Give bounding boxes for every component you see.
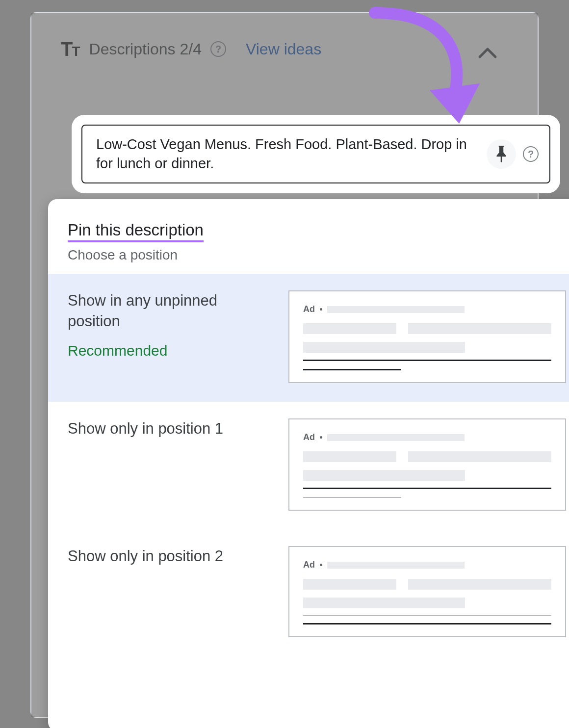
- pin-popover: Pin this description Choose a position S…: [48, 199, 569, 728]
- pin-option-any[interactable]: Show in any unpinned position Recommende…: [48, 274, 569, 402]
- ad-preview: Ad: [288, 546, 566, 637]
- ad-preview: Ad: [288, 418, 566, 511]
- option-label: Show only in position 1: [68, 418, 274, 439]
- option-label: Show only in position 2: [68, 546, 274, 567]
- help-icon[interactable]: ?: [523, 146, 539, 162]
- text-icon: TT: [61, 39, 79, 59]
- recommended-badge: Recommended: [68, 342, 274, 359]
- chevron-up-icon[interactable]: [477, 42, 498, 64]
- description-text: Low-Cost Vegan Menus. Fresh Food. Plant-…: [96, 135, 484, 173]
- description-input[interactable]: Low-Cost Vegan Menus. Fresh Food. Plant-…: [81, 125, 550, 183]
- popover-header: Pin this description Choose a position: [48, 199, 569, 274]
- ad-badge: Ad: [303, 304, 315, 314]
- ad-preview: Ad: [288, 290, 566, 383]
- pin-option-position-1[interactable]: Show only in position 1 Ad: [48, 402, 569, 529]
- ad-badge: Ad: [303, 560, 315, 570]
- ad-badge: Ad: [303, 432, 315, 442]
- descriptions-panel: TT Descriptions 2/4 ? View ideas Low-Cos…: [30, 12, 539, 718]
- option-label: Show in any unpinned position: [68, 290, 274, 332]
- view-ideas-link[interactable]: View ideas: [246, 40, 321, 58]
- panel-header: TT Descriptions 2/4 ? View ideas: [61, 39, 508, 59]
- descriptions-title: Descriptions 2/4: [89, 40, 202, 58]
- annotation-arrow: [345, 6, 492, 133]
- popover-title: Pin this description: [68, 221, 204, 242]
- pin-icon: [495, 146, 508, 162]
- popover-subtitle: Choose a position: [68, 247, 566, 263]
- help-icon[interactable]: ?: [210, 41, 226, 57]
- description-input-wrapper: Low-Cost Vegan Menus. Fresh Food. Plant-…: [77, 120, 555, 188]
- pin-option-position-2[interactable]: Show only in position 2 Ad: [48, 529, 569, 656]
- pin-button[interactable]: [487, 139, 516, 169]
